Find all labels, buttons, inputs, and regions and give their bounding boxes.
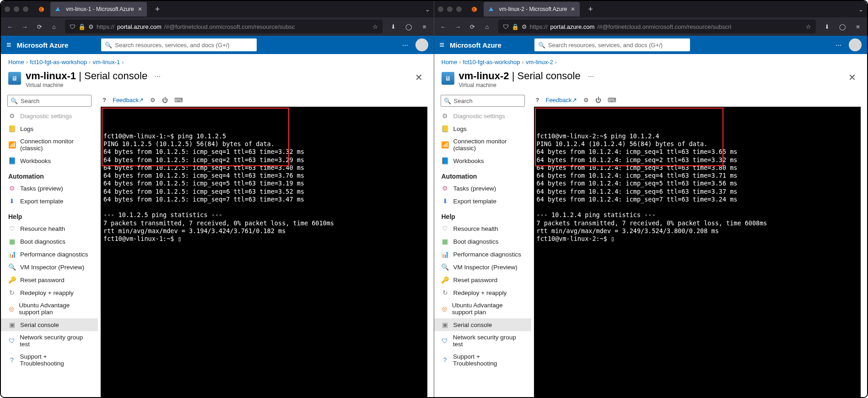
nav-back-icon[interactable]: ← (439, 23, 448, 30)
menu-icon[interactable]: ≡ (420, 23, 429, 30)
sidebar-item-network-security-group-test[interactable]: 🛡Network security group test (1, 331, 98, 350)
maximize-window-icon[interactable] (23, 6, 28, 12)
sidebar-item-serial-console[interactable]: ▣Serial console (1, 318, 98, 331)
tab-dropdown-icon[interactable]: ⌄ (425, 6, 430, 13)
sidebar-item-boot-diagnostics[interactable]: ▦Boot diagnostics (1, 235, 98, 248)
account-icon[interactable]: ◯ (838, 23, 847, 30)
azure-brand[interactable]: Microsoft Azure (450, 41, 501, 49)
sidebar-search-input[interactable]: 🔍 Search (7, 95, 92, 107)
browser-tab[interactable]: vm-linux-2 - Microsoft Azure ✕ (484, 2, 580, 16)
sidebar-item-reset-password[interactable]: 🔑Reset password (434, 273, 531, 286)
maximize-window-icon[interactable] (456, 6, 462, 12)
nav-forward-icon[interactable]: → (453, 23, 463, 30)
sidebar-item-boot-diagnostics[interactable]: ▦Boot diagnostics (434, 235, 531, 248)
more-icon[interactable]: ⋯ (836, 42, 841, 49)
sidebar-item-network-security-group-test[interactable]: 🛡Network security group test (434, 331, 531, 350)
sidebar-item-redeploy-reapply[interactable]: ↻Redeploy + reapply (1, 286, 98, 299)
avatar[interactable] (849, 38, 862, 51)
help-icon[interactable]: ? (102, 97, 106, 104)
new-tab-button[interactable]: + (151, 5, 165, 14)
sidebar-item-support-troubleshooting[interactable]: ?Support + Troubleshooting (434, 350, 531, 370)
tab-dropdown-icon[interactable]: ⌄ (858, 6, 863, 13)
portal-menu-icon[interactable]: ≡ (440, 40, 445, 50)
sidebar-item-label: Redeploy + reapply (20, 289, 74, 296)
new-tab-button[interactable]: + (583, 5, 598, 14)
url-input[interactable]: 🛡 🔒 ⚙ https://portal.azure.com/#@fortine… (65, 20, 383, 33)
nav-back-icon[interactable]: ← (5, 23, 15, 30)
sidebar-item-diagnostic-settings[interactable]: ⚙ Diagnostic settings (434, 109, 531, 122)
sidebar-item-vm-inspector-preview-[interactable]: 🔍VM Inspector (Preview) (1, 261, 98, 273)
close-window-icon[interactable] (5, 6, 10, 12)
sidebar-item-connection-monitor-classic-[interactable]: 📶Connection monitor (classic) (434, 135, 531, 154)
terminal-output[interactable]: fct10@vm-linux-2:~$ ping 10.1.2.4 PING 1… (534, 107, 861, 397)
url-path: /#@fortinetcloud.onmicrosoft.com/resourc… (597, 23, 731, 30)
close-window-icon[interactable] (438, 6, 443, 12)
nav-home-icon[interactable]: ⌂ (49, 23, 59, 30)
blade-more-icon[interactable]: ⋯ (588, 73, 594, 80)
downloads-icon[interactable]: ⬇ (389, 23, 398, 30)
avatar[interactable] (415, 38, 428, 51)
terminal-output[interactable]: fct10@vm-linux-1:~$ ping 10.1.2.5 PING 1… (101, 107, 427, 397)
sidebar-item-export-template[interactable]: ⬇Export template (1, 195, 98, 207)
blade-close-icon[interactable]: ✕ (411, 70, 426, 85)
sidebar-item-resource-health[interactable]: ♡Resource health (1, 222, 98, 235)
feedback-link[interactable]: Feedback↗ (545, 97, 577, 104)
gear-icon[interactable]: ⚙ (583, 97, 589, 104)
crumb-home[interactable]: Home (8, 59, 24, 65)
crumb-rg[interactable]: fct10-fgt-as-workshop (30, 59, 87, 65)
keyboard-icon[interactable]: ⌨ (174, 97, 183, 104)
sidebar-item-tasks-preview-[interactable]: ⚙Tasks (preview) (434, 182, 531, 195)
tab-close-icon[interactable]: ✕ (571, 6, 575, 12)
feedback-link[interactable]: Feedback↗ (113, 97, 144, 104)
nav-reload-icon[interactable]: ⟳ (468, 23, 477, 30)
sidebar-item-diagnostic-settings[interactable]: ⚙ Diagnostic settings (1, 109, 98, 122)
sidebar-item-workbooks[interactable]: 📘Workbooks (434, 154, 531, 167)
minimize-window-icon[interactable] (447, 6, 453, 12)
sidebar-item-reset-password[interactable]: 🔑Reset password (1, 273, 98, 286)
azure-search-input[interactable]: 🔍 Search resources, services, and docs (… (534, 38, 690, 51)
sidebar-item-logs[interactable]: 📒Logs (1, 122, 98, 135)
nav-home-icon[interactable]: ⌂ (483, 23, 492, 30)
sidebar-item-redeploy-reapply[interactable]: ↻Redeploy + reapply (434, 286, 531, 299)
sidebar-item-performance-diagnostics[interactable]: 📊Performance diagnostics (1, 248, 98, 261)
crumb-vm[interactable]: vm-linux-2 (526, 59, 553, 65)
power-icon[interactable]: ⏻ (595, 97, 601, 104)
gear-icon[interactable]: ⚙ (150, 97, 156, 104)
sidebar-item-ubuntu-advantage-support-plan[interactable]: ◎Ubuntu Advantage support plan (434, 299, 531, 318)
sidebar-item-vm-inspector-preview-[interactable]: 🔍VM Inspector (Preview) (434, 261, 531, 273)
sidebar-item-connection-monitor-classic-[interactable]: 📶Connection monitor (classic) (1, 135, 98, 154)
sidebar-item-logs[interactable]: 📒Logs (434, 122, 531, 135)
minimize-window-icon[interactable] (14, 6, 19, 12)
account-icon[interactable]: ◯ (404, 23, 414, 30)
nav-forward-icon[interactable]: → (20, 23, 29, 30)
bookmark-icon[interactable]: ☆ (806, 23, 811, 30)
sidebar-item-performance-diagnostics[interactable]: 📊Performance diagnostics (434, 248, 531, 261)
tab-close-icon[interactable]: ✕ (138, 6, 142, 12)
sidebar-item-ubuntu-advantage-support-plan[interactable]: ◎Ubuntu Advantage support plan (1, 299, 98, 318)
downloads-icon[interactable]: ⬇ (822, 23, 831, 30)
sidebar-item-tasks-preview-[interactable]: ⚙Tasks (preview) (1, 182, 98, 195)
sidebar-item-workbooks[interactable]: 📘Workbooks (1, 154, 98, 167)
blade-close-icon[interactable]: ✕ (845, 70, 860, 85)
azure-search-input[interactable]: 🔍 Search resources, services, and docs (… (101, 38, 257, 51)
browser-tab[interactable]: vm-linux-1 - Microsoft Azure ✕ (50, 2, 147, 16)
sidebar-search-input[interactable]: 🔍 Search (441, 95, 525, 107)
portal-menu-icon[interactable]: ≡ (6, 40, 11, 50)
nav-reload-icon[interactable]: ⟳ (35, 23, 44, 30)
sidebar-item-export-template[interactable]: ⬇Export template (434, 195, 531, 207)
url-input[interactable]: 🛡 🔒 ⚙ https://portal.azure.com/#@fortine… (498, 20, 816, 33)
bookmark-icon[interactable]: ☆ (372, 23, 378, 30)
sidebar-item-resource-health[interactable]: ♡Resource health (434, 222, 531, 235)
sidebar-item-serial-console[interactable]: ▣Serial console (434, 318, 531, 331)
blade-more-icon[interactable]: ⋯ (155, 73, 161, 80)
sidebar-item-support-troubleshooting[interactable]: ?Support + Troubleshooting (1, 350, 98, 370)
menu-icon[interactable]: ≡ (853, 23, 863, 30)
power-icon[interactable]: ⏻ (162, 97, 168, 104)
crumb-rg[interactable]: fct10-fgt-as-workshop (463, 59, 520, 65)
help-icon[interactable]: ? (536, 97, 539, 104)
more-icon[interactable]: ⋯ (402, 42, 408, 49)
crumb-home[interactable]: Home (442, 59, 458, 65)
keyboard-icon[interactable]: ⌨ (608, 97, 616, 104)
azure-brand[interactable]: Microsoft Azure (17, 41, 69, 49)
crumb-vm[interactable]: vm-linux-1 (92, 59, 120, 65)
